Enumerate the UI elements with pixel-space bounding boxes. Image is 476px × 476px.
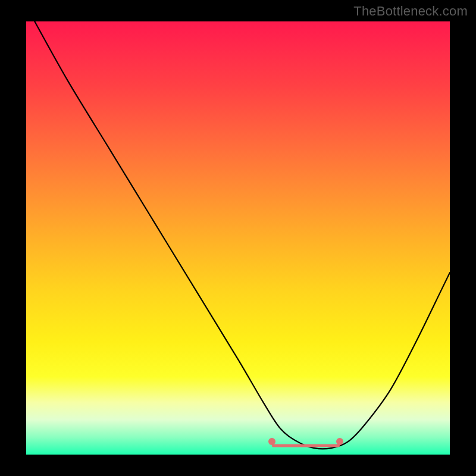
bottleneck-curve-line [35,21,450,449]
highlight-marker-right [336,438,343,445]
highlight-flat-segment [272,444,340,447]
chart-curve-svg [26,21,450,455]
highlight-marker-left [268,438,275,445]
chart-plot-area [26,21,450,455]
watermark-text: TheBottleneck.com [353,4,468,19]
